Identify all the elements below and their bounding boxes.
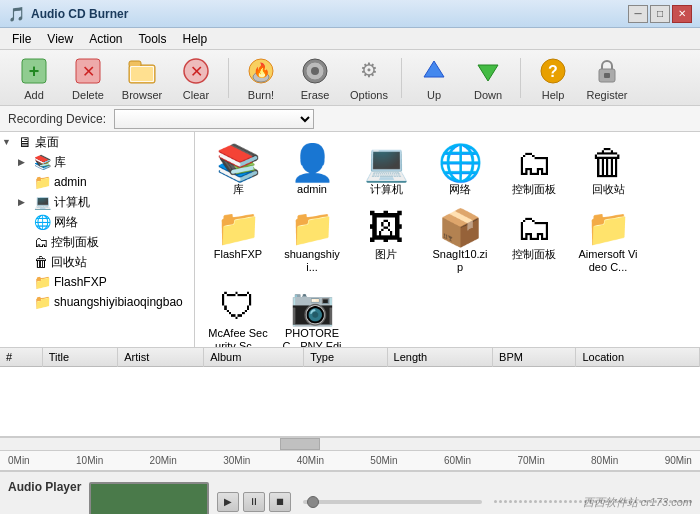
menu-item-file[interactable]: File: [4, 30, 39, 48]
file-item-icon: 🗑: [590, 145, 626, 181]
tree-item-label: 桌面: [35, 134, 59, 151]
player-dot: [514, 500, 517, 503]
pause-button[interactable]: ⏸: [243, 492, 265, 512]
player-dot: [569, 500, 572, 503]
player-dot: [529, 500, 532, 503]
file-item-name: 回收站: [592, 183, 625, 196]
tree-item-flashfxp[interactable]: 📁FlashFXP: [0, 272, 194, 292]
file-item-name: Aimersoft Video C...: [578, 248, 638, 274]
toolbar-btn-burn[interactable]: 🔥 Burn!: [235, 54, 287, 102]
toolbar-btn-down[interactable]: Down: [462, 54, 514, 102]
toolbar-btn-browser[interactable]: Browser: [116, 54, 168, 102]
toolbar-label-add: Add: [24, 89, 44, 101]
toolbar-label-help: Help: [542, 89, 565, 101]
file-item-controlpanel[interactable]: 🗂控制面板: [499, 140, 569, 201]
player-dot: [549, 500, 552, 503]
file-item-name: 控制面板: [512, 248, 556, 261]
tree-item-desktop[interactable]: ▼🖥桌面: [0, 132, 194, 152]
file-item-controlpanel2[interactable]: 🗂控制面板: [499, 205, 569, 279]
toolbar-btn-help[interactable]: ? Help: [527, 54, 579, 102]
toolbar-label-clear: Clear: [183, 89, 209, 101]
file-item-name: SnagIt10.zip: [430, 248, 490, 274]
toolbar-btn-register[interactable]: Register: [581, 54, 633, 102]
file-item-name: 图片: [375, 248, 397, 261]
svg-point-15: [311, 67, 319, 75]
maximize-button[interactable]: □: [650, 5, 670, 23]
menu-item-help[interactable]: Help: [175, 30, 216, 48]
file-item-computer[interactable]: 💻计算机: [351, 140, 421, 201]
player-dot: [499, 500, 502, 503]
timeline-mark: 0Min: [8, 455, 30, 466]
file-item-photorec[interactable]: 📷PHOTOREC - PNY Edition: [277, 284, 347, 347]
file-item-icon: 📁: [586, 210, 631, 246]
player-dot: [544, 500, 547, 503]
tree-item-network[interactable]: 🌐网络: [0, 212, 194, 232]
timeline-mark: 20Min: [150, 455, 177, 466]
col-header-type: Type: [304, 348, 387, 367]
file-item-admin[interactable]: 👤admin: [277, 140, 347, 201]
tree-item-label: 库: [54, 154, 66, 171]
file-scroll[interactable]: 📚库👤admin💻计算机🌐网络🗂控制面板🗑回收站📁FlashFXP📁shuang…: [195, 132, 700, 347]
menu-item-view[interactable]: View: [39, 30, 81, 48]
toolbar-btn-options[interactable]: ⚙ Options: [343, 54, 395, 102]
tree-item-icon: 🗑: [34, 254, 48, 270]
tree-item-label: 控制面板: [51, 234, 99, 251]
track-table-header: #TitleArtistAlbumTypeLengthBPMLocation: [0, 348, 700, 367]
file-item-mcafee[interactable]: 🛡McAfee Security Sc...: [203, 284, 273, 347]
svg-text:✕: ✕: [82, 63, 95, 80]
col-header-bpm: BPM: [493, 348, 576, 367]
play-button[interactable]: ▶: [217, 492, 239, 512]
menu-item-action[interactable]: Action: [81, 30, 130, 48]
player-dot: [524, 500, 527, 503]
close-button[interactable]: ✕: [672, 5, 692, 23]
device-select[interactable]: [114, 109, 314, 129]
horizontal-scrollbar[interactable]: [0, 437, 700, 451]
menu-item-tools[interactable]: Tools: [131, 30, 175, 48]
tree-item-library[interactable]: ▶📚库: [0, 152, 194, 172]
file-item-icon: 🗂: [516, 145, 552, 181]
tree-item-computer[interactable]: ▶💻计算机: [0, 192, 194, 212]
menu-bar: FileViewActionToolsHelp: [0, 28, 700, 50]
toolbar-btn-clear[interactable]: ✕ Clear: [170, 54, 222, 102]
tree-item-admin[interactable]: 📁admin: [0, 172, 194, 192]
file-item-name: 计算机: [370, 183, 403, 196]
file-item-snagit[interactable]: 📦SnagIt10.zip: [425, 205, 495, 279]
toolbar-btn-erase[interactable]: Erase: [289, 54, 341, 102]
tree-item-label: 回收站: [51, 254, 87, 271]
tree-item-recyclebin[interactable]: 🗑回收站: [0, 252, 194, 272]
timeline-mark: 60Min: [444, 455, 471, 466]
tree-scroll[interactable]: ▼🖥桌面▶📚库📁admin▶💻计算机🌐网络🗂控制面板🗑回收站📁FlashFXP📁…: [0, 132, 194, 347]
app-title: Audio CD Burner: [31, 7, 128, 21]
scrollbar-thumb[interactable]: [280, 438, 320, 450]
col-header-album: Album: [204, 348, 304, 367]
file-item-pictures[interactable]: 🖼图片: [351, 205, 421, 279]
track-scroll[interactable]: #TitleArtistAlbumTypeLengthBPMLocation: [0, 348, 700, 436]
toolbar-btn-add[interactable]: + Add: [8, 54, 60, 102]
file-item-icon: 🗂: [516, 210, 552, 246]
tree-arrow-icon: ▼: [2, 137, 18, 147]
svg-marker-18: [478, 65, 498, 81]
player-thumb[interactable]: [307, 496, 319, 508]
file-item-recyclebin[interactable]: 🗑回收站: [573, 140, 643, 201]
toolbar-label-down: Down: [474, 89, 502, 101]
file-item-flashfxp[interactable]: 📁FlashFXP: [203, 205, 273, 279]
main-area: ▼🖥桌面▶📚库📁admin▶💻计算机🌐网络🗂控制面板🗑回收站📁FlashFXP📁…: [0, 132, 700, 348]
timeline-mark: 80Min: [591, 455, 618, 466]
minimize-button[interactable]: ─: [628, 5, 648, 23]
file-item-library[interactable]: 📚库: [203, 140, 273, 201]
device-label: Recording Device:: [8, 112, 106, 126]
file-item-network[interactable]: 🌐网络: [425, 140, 495, 201]
window-controls: ─ □ ✕: [628, 5, 692, 23]
col-header-title: Title: [42, 348, 118, 367]
tree-item-shuangshiyi[interactable]: 📁shuangshiyibiaoqingbao: [0, 292, 194, 312]
svg-text:⚙: ⚙: [360, 59, 378, 81]
file-item-aimersoft[interactable]: 📁Aimersoft Video C...: [573, 205, 643, 279]
file-item-shuangshiyi[interactable]: 📁shuangshiyi...: [277, 205, 347, 279]
toolbar-btn-up[interactable]: Up: [408, 54, 460, 102]
stop-button[interactable]: ⏹: [269, 492, 291, 512]
player-display: [89, 482, 209, 515]
tree-item-controlpanel[interactable]: 🗂控制面板: [0, 232, 194, 252]
toolbar-btn-delete[interactable]: ✕ Delete: [62, 54, 114, 102]
file-item-name: FlashFXP: [214, 248, 262, 261]
player-slider[interactable]: [303, 500, 482, 504]
